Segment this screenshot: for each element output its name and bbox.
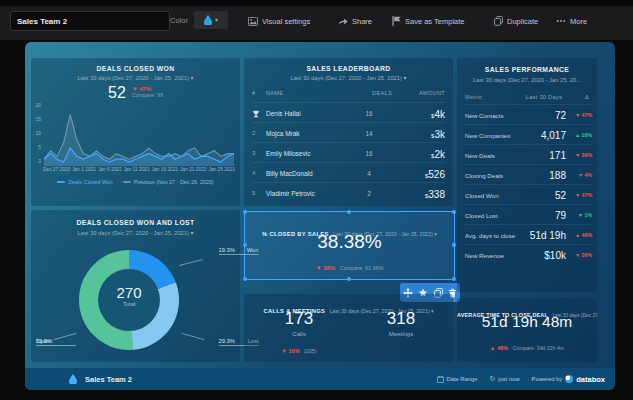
delta-badge: ▼ 38% <box>316 265 336 271</box>
powered-by-label: Powered by <box>532 376 563 382</box>
dashboard-canvas: DEALS CLOSED WON Last 30 days (Dec 27, 2… <box>25 42 615 390</box>
metric-name: New Revenue <box>465 252 524 259</box>
legend-item-previous[interactable]: Previous (Nov 27 - Dec 26, 2020) <box>123 179 214 185</box>
leaderboard-rank: 2 <box>252 130 266 136</box>
leaderboard-rank: 3 <box>252 150 266 156</box>
resize-handle[interactable] <box>243 243 247 247</box>
resize-handle[interactable] <box>347 277 351 281</box>
metric-value: 51d 19h 48m <box>457 313 597 331</box>
leaderboard-row: Denis Hallai 16 $4k <box>252 102 445 123</box>
date-range-dropdown[interactable]: Last 30 days (Dec 27, 2020 - Jan 25, 202… <box>244 75 453 81</box>
metric-value: 171 <box>524 150 566 161</box>
metric-value: 52 <box>524 190 566 201</box>
resize-handle[interactable] <box>452 277 456 281</box>
powered-by[interactable]: Powered by databox <box>532 375 605 384</box>
share-arrow-icon <box>338 17 348 26</box>
duplicate-button[interactable]: Duplicate <box>494 12 538 30</box>
top-toolbar: Color ▾ Visual settings Share Save as Te… <box>0 6 633 40</box>
calls-value: 173 <box>254 309 344 329</box>
leaderboard-amount: 2k <box>434 149 445 160</box>
resize-handle[interactable] <box>452 243 456 247</box>
panel-sales-performance[interactable]: SALES PERFORMANCE Last 30 days (Dec 27, … <box>457 58 597 292</box>
resize-handle[interactable] <box>243 277 247 281</box>
date-range-dropdown[interactable]: Last 30 days (Dec 27, 2020 - Jan 25, 202… <box>31 230 240 236</box>
date-range-dropdown[interactable]: Last 30 days (Dec 27, 2020 - Jan 25, 202… <box>31 75 240 81</box>
calendar-icon <box>437 376 444 383</box>
droplet-icon <box>69 374 77 384</box>
panel-title: DEALS CLOSED WON <box>31 65 240 72</box>
legend-item-current[interactable]: Deals Closed Won <box>57 179 113 185</box>
x-axis-tick: Jan 6 2021 <box>98 167 122 172</box>
column-header-amount: AMOUNT <box>419 90 445 96</box>
resize-handle[interactable] <box>243 210 247 214</box>
x-axis: Dec 27 2020 Jan 1 2021 Jan 6 2021 Jan 11… <box>43 167 235 172</box>
column-header-name: NAME <box>266 90 283 96</box>
performance-row: Closing Deals 188 ▼ 4% <box>465 164 592 185</box>
leaderboard-amount: 526 <box>428 169 445 180</box>
panel-calls-meetings[interactable]: CALLS & MEETINGS Last 30 days (Dec 27, 2… <box>244 294 453 362</box>
panel-deals-closed-won[interactable]: DEALS CLOSED WON Last 30 days (Dec 27, 2… <box>31 58 240 206</box>
date-range-button[interactable]: Date Range <box>437 376 478 383</box>
resize-handle[interactable] <box>452 210 456 214</box>
meetings-label: Meetings <box>356 331 446 337</box>
metric-value: 72 <box>524 110 566 121</box>
panel-sales-leaderboard[interactable]: SALES LEADERBOARD Last 30 days (Dec 27, … <box>244 58 453 206</box>
refresh-icon: ↻ <box>489 375 495 383</box>
leaderboard-row: 5 Vladimir Petrovic 2 $338 <box>252 182 445 203</box>
performance-row: New Deals 171 ▼ 39% <box>465 144 592 165</box>
date-range-dropdown[interactable]: Last 30 days (Dec 27, 2020 - Jan 25, 20.… <box>457 77 597 83</box>
color-label: Color <box>170 16 188 25</box>
y-axis-tick: 15 <box>31 116 41 122</box>
block-closed-by-sales-selected[interactable]: % CLOSED BY SALES Last 30 days (Dec 27, … <box>244 211 455 280</box>
chevron-down-icon: ▾ <box>215 17 218 23</box>
x-axis-tick: Jan 1 2021 <box>72 167 96 172</box>
leaderboard-name: Denis Hallai <box>266 110 339 117</box>
chart-legend: Deals Closed Won Previous (Nov 27 - Dec … <box>31 179 240 185</box>
slice-label-open: Open 51.5% <box>36 338 52 344</box>
delta-badge: ▼ 16% <box>281 348 299 354</box>
share-button[interactable]: Share <box>338 12 372 30</box>
metric-value: 4,017 <box>524 130 566 141</box>
delta-badge: ▼ 39% <box>566 152 592 158</box>
droplet-icon <box>204 15 212 25</box>
color-dropdown[interactable]: ▾ <box>194 11 228 29</box>
leaderboard-deals: 16 <box>339 110 399 117</box>
sync-status[interactable]: ↻ just now <box>489 375 519 383</box>
slice-name: Open <box>36 338 76 346</box>
databox-logo-icon <box>565 375 573 383</box>
compare-value: (205) <box>304 348 317 354</box>
x-axis-tick: Jan 16 2021 <box>152 167 178 172</box>
panel-title: SALES PERFORMANCE <box>457 66 597 73</box>
ellipsis-icon <box>556 19 566 23</box>
panel-title: SALES LEADERBOARD <box>244 65 453 72</box>
legend-swatch-current <box>57 181 65 183</box>
leaderboard-row: 2 Mojca Mrak 14 $3k <box>252 122 445 143</box>
more-button[interactable]: More <box>556 12 587 30</box>
copy-icon <box>494 16 503 26</box>
performance-row: Closed Won 52 ▼ 47% <box>465 184 592 205</box>
performance-row: New Revenue $10k ▼ 38% <box>465 244 592 265</box>
more-label: More <box>570 17 587 26</box>
y-axis-tick: 10 <box>31 130 41 136</box>
leaderboard-deals: 4 <box>339 170 399 177</box>
save-as-template-button[interactable]: Save as Template <box>392 12 464 30</box>
y-axis-tick: 0 <box>31 158 41 164</box>
visual-settings-button[interactable]: Visual settings <box>248 12 310 30</box>
panel-deals-won-lost[interactable]: DEALS CLOSED WON AND LOST Last 30 days (… <box>31 210 240 362</box>
donut-total-value: 270 <box>79 284 179 301</box>
x-axis-tick: Jan 11 2021 <box>124 167 150 172</box>
performance-row: Avg. days to close 51d 19h ▲ 48% <box>465 224 592 245</box>
delta-badge: ▼ 4% <box>566 172 592 178</box>
leaderboard-amount: 3k <box>434 129 445 140</box>
panel-avg-time-to-close[interactable]: AVERAGE TIME TO CLOSE DEAL Last 30 days … <box>457 298 597 362</box>
dashboard-name-input[interactable] <box>10 11 170 31</box>
metric-name: New Deals <box>465 152 524 159</box>
compare-value: Compare: 61.96% <box>340 265 383 271</box>
y-axis-tick: 20 <box>31 102 41 108</box>
resize-handle[interactable] <box>347 210 351 214</box>
x-axis-tick: Jan 25 2021 <box>209 167 235 172</box>
donut-total: 270 Total <box>79 284 179 307</box>
metric-value: 188 <box>524 170 566 181</box>
leaderboard-row: 4 Billy MacDonald 4 $526 <box>252 162 445 183</box>
legend-label: Deals Closed Won <box>68 179 113 185</box>
